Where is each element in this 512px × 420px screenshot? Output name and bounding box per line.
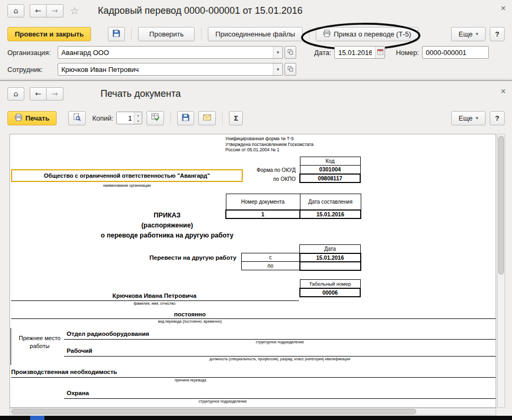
- more-button[interactable]: Еще ▾: [451, 111, 486, 125]
- more-button[interactable]: Еще ▾: [451, 27, 486, 41]
- window1-title: Кадровый перевод 0000-000001 от 15.01.20…: [98, 5, 303, 16]
- save-button[interactable]: [177, 111, 194, 125]
- forward-button[interactable]: →: [47, 87, 63, 101]
- transfer-kind: постоянно: [10, 311, 370, 317]
- history-nav: ← →: [30, 87, 63, 101]
- back-button[interactable]: ←: [30, 4, 47, 17]
- chevron-down-icon: ▾: [476, 115, 478, 121]
- home-button[interactable]: ⌂: [7, 4, 24, 17]
- print-label: Печать: [25, 114, 49, 122]
- floppy-icon: [182, 114, 189, 123]
- org-name-cell[interactable]: Общество с ограниченной ответственностью…: [11, 169, 243, 182]
- save-button[interactable]: [108, 27, 125, 41]
- calendar-icon[interactable]: [375, 47, 385, 58]
- history-nav: ← →: [30, 4, 63, 17]
- position-hint: должность (специальность, профессия), ра…: [64, 357, 496, 361]
- toolbar-separator: [170, 112, 171, 124]
- organization-row: Организация: ▾ Дата: Номер:: [7, 45, 505, 59]
- employee-row: Сотрудник: ▾: [7, 62, 505, 76]
- favorite-star-icon[interactable]: ☆: [70, 5, 79, 16]
- taskbar-item: [30, 416, 44, 420]
- more-label: Еще: [459, 114, 472, 122]
- copies-input[interactable]: [117, 112, 134, 124]
- check-button[interactable]: Проверить: [138, 27, 195, 41]
- post-and-close-button[interactable]: Провести и закрыть: [7, 27, 91, 41]
- underline: [11, 318, 496, 319]
- date-col-header-cell: Дата: [300, 245, 361, 253]
- organization-combo: ▾: [58, 46, 283, 59]
- organization-dropdown-icon[interactable]: ▾: [273, 47, 282, 58]
- copies-label: Копий:: [92, 114, 113, 122]
- print-button[interactable]: Печать: [7, 111, 57, 125]
- employee-open-button[interactable]: [285, 63, 296, 76]
- copies-stepper: ▴ ▾: [116, 112, 142, 124]
- form-left-border: [11, 328, 11, 365]
- print-preview-button[interactable]: [68, 111, 86, 125]
- toolbar-separator: [131, 28, 132, 40]
- preview-icon: [73, 113, 81, 123]
- horizontal-scrollbar[interactable]: [10, 408, 496, 415]
- organization-label: Организация:: [7, 49, 58, 57]
- code-table: Код 0301004 09808117: [299, 157, 361, 183]
- org-name-hint: наименование организации: [11, 184, 243, 187]
- employee-combo: ▾: [58, 63, 283, 76]
- forward-button[interactable]: →: [47, 4, 63, 17]
- back-button[interactable]: ←: [30, 87, 47, 101]
- date-label: Дата:: [314, 49, 331, 57]
- order-title-line2: (распоряжение): [80, 221, 254, 231]
- t5-form-page: Унифицированная форма № Т-5 Утверждена п…: [10, 134, 496, 407]
- sum-button[interactable]: Σ: [229, 111, 243, 125]
- taskbar-strip: [0, 416, 512, 420]
- transfer-order-t5-button[interactable]: Приказ о переводе (Т-5): [316, 27, 418, 41]
- print-document-window: ⌂ ← → Печать документа × Печать Копий:: [0, 80, 512, 416]
- more-label: Еще: [459, 30, 472, 38]
- window2-close-button[interactable]: ×: [501, 87, 506, 96]
- new-department-hint: структурное подразделение: [64, 399, 381, 403]
- employee-full-name: Крючкова Ивана Петровича: [10, 293, 299, 299]
- print-preview-area[interactable]: Унифицированная форма № Т-5 Утверждена п…: [10, 134, 496, 408]
- send-email-button[interactable]: [198, 111, 216, 125]
- spin-down-icon[interactable]: ▾: [134, 118, 142, 124]
- help-button[interactable]: ?: [490, 27, 505, 41]
- employee-name-hint: фамилия, имя, отчество: [10, 302, 299, 305]
- vertical-scrollbar-thumb[interactable]: [498, 136, 504, 275]
- open-link-icon: [287, 66, 294, 74]
- help-button[interactable]: ?: [490, 111, 505, 125]
- form-ref-line: России от 05.01.2004 № 1: [225, 147, 314, 153]
- vertical-scrollbar[interactable]: [497, 134, 505, 408]
- doc-date-header-cell: Дата составления: [300, 194, 361, 210]
- personnel-number-table: Табельный номер 00006: [299, 279, 361, 297]
- table-settings-button[interactable]: [147, 111, 164, 125]
- horizontal-scrollbar-thumb[interactable]: [11, 409, 416, 414]
- organization-open-button[interactable]: [285, 46, 296, 59]
- organization-input[interactable]: [58, 47, 273, 58]
- to-value-cell: [300, 262, 361, 270]
- previous-position: Рабочий: [67, 348, 93, 354]
- underline: [11, 300, 299, 301]
- order-title-line1: ПРИКАЗ: [80, 211, 254, 221]
- number-input[interactable]: [422, 46, 489, 59]
- okpo-value-cell: 09808117: [300, 174, 360, 182]
- from-label-cell: с: [242, 253, 300, 262]
- window1-header: ⌂ ← → ☆ Кадровый перевод 0000-000001 от …: [0, 1, 512, 20]
- home-button[interactable]: ⌂: [7, 87, 24, 101]
- printer-icon: [15, 114, 22, 123]
- window1-close-button[interactable]: ×: [501, 4, 506, 13]
- attached-files-button[interactable]: Присоединенные файлы: [208, 27, 303, 41]
- date-field: [334, 46, 385, 59]
- spin-up-icon[interactable]: ▴: [134, 112, 142, 118]
- employee-input[interactable]: [58, 63, 273, 75]
- toolbar-separator: [309, 28, 309, 40]
- window1-toolbar: Провести и закрыть Проверить Присоединен…: [0, 25, 512, 42]
- toolbar-separator: [222, 112, 223, 124]
- date-input[interactable]: [335, 47, 375, 58]
- employee-dropdown-icon[interactable]: ▾: [273, 63, 282, 75]
- from-value-cell: 15.01.2016: [300, 253, 361, 262]
- department-hint: структурное подразделение: [64, 340, 496, 344]
- underline: [64, 356, 496, 357]
- doc-number-header-cell: Номер документа: [226, 194, 300, 210]
- tabnum-header-cell: Табельный номер: [300, 280, 360, 288]
- reason-hint: причина перевода: [11, 378, 370, 382]
- org-name: Общество с ограниченной ответственностью…: [44, 172, 210, 179]
- okud-value-cell: 0301004: [300, 166, 360, 174]
